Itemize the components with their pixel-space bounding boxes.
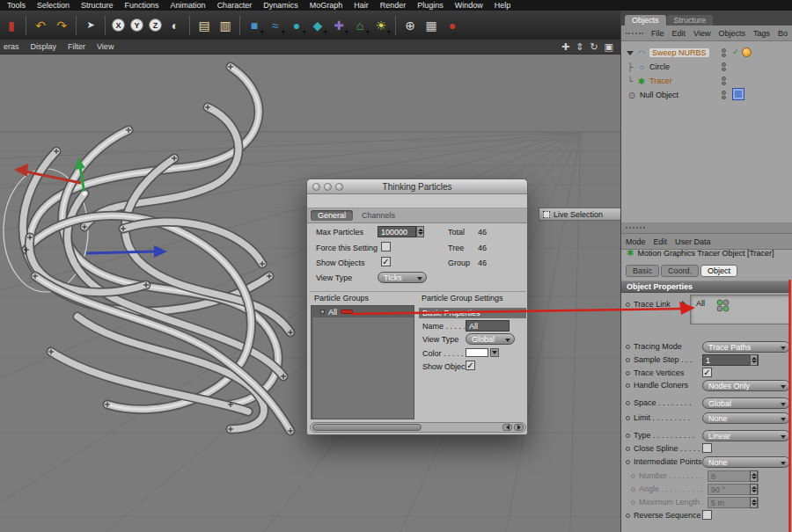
- selection-arrow-icon[interactable]: ➤: [81, 14, 100, 37]
- om-menu-bookmarks[interactable]: Bo: [778, 29, 788, 38]
- view-type-select[interactable]: Ticks: [378, 272, 427, 283]
- menu-plugins[interactable]: Plugins: [417, 0, 444, 11]
- particle-groups-list[interactable]: All: [311, 305, 414, 419]
- menu-functions[interactable]: Functions: [125, 0, 159, 11]
- menu-structure[interactable]: Structure: [81, 0, 114, 11]
- keyframe-circle-icon[interactable]: [626, 434, 630, 438]
- viewport-menu-cameras[interactable]: eras: [4, 42, 19, 51]
- close-button[interactable]: [312, 183, 320, 191]
- coordinate-system-icon[interactable]: ◐: [165, 14, 185, 37]
- object-row-circle[interactable]: ├ ○ Circle: [621, 60, 792, 74]
- force-setting-checkbox[interactable]: [381, 242, 391, 251]
- undo-icon[interactable]: ↶: [31, 14, 50, 37]
- tab-basic[interactable]: Basic: [626, 265, 659, 277]
- trace-vertices-checkbox[interactable]: ✓: [702, 368, 712, 377]
- am-menu-mode[interactable]: Mode: [626, 237, 646, 246]
- color-popup-button[interactable]: [490, 348, 499, 357]
- tab-object[interactable]: Object: [700, 265, 737, 277]
- axis-x-lock-icon[interactable]: X: [112, 18, 125, 32]
- tab-coord[interactable]: Coord.: [661, 265, 699, 277]
- menu-mograph[interactable]: MoGraph: [310, 0, 343, 11]
- tag-icon[interactable]: [742, 47, 752, 57]
- object-properties-header[interactable]: Object Properties: [621, 281, 790, 293]
- group-color-swatch[interactable]: [341, 310, 353, 314]
- space-select[interactable]: Global: [702, 397, 790, 409]
- tab-structure[interactable]: Structure: [667, 15, 714, 26]
- tracing-mode-select[interactable]: Trace Paths: [702, 341, 790, 353]
- render-settings-icon[interactable]: ▥: [216, 14, 235, 37]
- dialog-titlebar[interactable]: Thinking Particles: [307, 179, 527, 194]
- name-input[interactable]: All: [466, 320, 510, 332]
- menu-tools[interactable]: Tools: [7, 0, 26, 11]
- nurbs-icon[interactable]: ●: [287, 14, 306, 37]
- show-objects-checkbox[interactable]: ✓: [381, 257, 391, 266]
- stepper-arrows[interactable]: [416, 226, 424, 237]
- viewport-menu-view[interactable]: View: [97, 42, 114, 51]
- keyframe-circle-icon[interactable]: [626, 383, 630, 388]
- handle-cloners-select[interactable]: Nodes Only: [702, 380, 790, 391]
- rotate-view-icon[interactable]: ↻: [590, 41, 598, 53]
- am-menu-user-data[interactable]: User Data: [675, 237, 711, 246]
- visibility-dots[interactable]: [722, 77, 726, 85]
- scroll-left-button[interactable]: [502, 424, 512, 431]
- snap-icon[interactable]: ⊕: [400, 14, 420, 37]
- show-object-checkbox[interactable]: ✓: [466, 361, 475, 370]
- tag-icon[interactable]: [732, 88, 744, 100]
- menu-character[interactable]: Character: [217, 0, 253, 11]
- keyframe-circle-icon[interactable]: [626, 358, 630, 362]
- horizontal-scrollbar[interactable]: [310, 422, 526, 433]
- tab-general[interactable]: General: [311, 210, 353, 221]
- deformer-icon[interactable]: ✚: [329, 14, 348, 37]
- om-menu-tags[interactable]: Tags: [753, 29, 770, 38]
- om-menu-view[interactable]: View: [693, 29, 710, 38]
- tab-channels[interactable]: Channels: [355, 210, 402, 221]
- expander-icon[interactable]: [627, 51, 634, 55]
- viewport-menu-display[interactable]: Display: [31, 42, 57, 51]
- keyframe-circle-icon[interactable]: [626, 302, 630, 307]
- group-view-type-select[interactable]: Global: [466, 333, 515, 345]
- minimize-button[interactable]: [324, 183, 332, 191]
- particle-group-item-all[interactable]: All: [312, 306, 414, 317]
- menu-help[interactable]: Help: [495, 0, 511, 11]
- scrollbar-thumb[interactable]: [312, 424, 422, 431]
- new-scene-icon[interactable]: ▤: [194, 14, 214, 37]
- menu-hair[interactable]: Hair: [354, 0, 369, 11]
- object-row-tracer[interactable]: └ ✱ Tracer: [621, 74, 792, 88]
- zoom-button[interactable]: [335, 183, 343, 191]
- toggle-view-icon[interactable]: ▣: [605, 41, 613, 53]
- keyframe-circle-icon[interactable]: [626, 401, 630, 405]
- axis-z-lock-icon[interactable]: Z: [149, 18, 162, 32]
- keyframe-circle-icon[interactable]: [626, 371, 630, 375]
- menu-render[interactable]: Render: [380, 0, 407, 11]
- color-swatch[interactable]: [466, 348, 488, 357]
- visibility-dots[interactable]: [722, 91, 726, 99]
- menu-selection[interactable]: Selection: [37, 0, 70, 11]
- spreadsheet-icon[interactable]: ▦: [422, 14, 441, 37]
- record-icon[interactable]: ●: [443, 14, 462, 37]
- pan-view-icon[interactable]: ✚: [561, 41, 569, 53]
- max-particles-input[interactable]: 100000: [378, 226, 416, 237]
- menu-window[interactable]: Window: [455, 0, 483, 11]
- om-menu-file[interactable]: File: [651, 29, 664, 38]
- om-menu-objects[interactable]: Objects: [718, 29, 745, 38]
- zoom-view-icon[interactable]: ⇕: [576, 41, 583, 53]
- close-spline-checkbox[interactable]: [702, 443, 712, 453]
- modeling-icon[interactable]: ◆: [308, 14, 327, 37]
- object-row-null-object[interactable]: ⊙ Null Object: [621, 88, 792, 102]
- enable-check-icon[interactable]: ✓: [732, 47, 739, 56]
- intermediate-points-select[interactable]: None: [702, 456, 790, 468]
- object-row-sweep-nurbs[interactable]: ◠ Sweep NURBS ✓: [621, 46, 792, 60]
- sample-step-input[interactable]: 1: [702, 354, 759, 366]
- stepper-arrows[interactable]: [750, 354, 758, 366]
- keyframe-circle-icon[interactable]: [626, 460, 630, 464]
- primitive-cube-icon[interactable]: ■: [245, 14, 264, 37]
- keyframe-circle-icon[interactable]: [626, 416, 630, 420]
- menu-animation[interactable]: Animation: [171, 0, 206, 11]
- keyframe-circle-icon[interactable]: [626, 447, 630, 451]
- om-menu-edit[interactable]: Edit: [672, 29, 686, 38]
- limit-select[interactable]: None: [702, 412, 790, 424]
- axis-y-lock-icon[interactable]: Y: [130, 18, 143, 32]
- tab-objects[interactable]: Objects: [625, 15, 666, 26]
- redo-icon[interactable]: ↷: [52, 14, 71, 37]
- trace-link-field[interactable]: All: [690, 295, 790, 324]
